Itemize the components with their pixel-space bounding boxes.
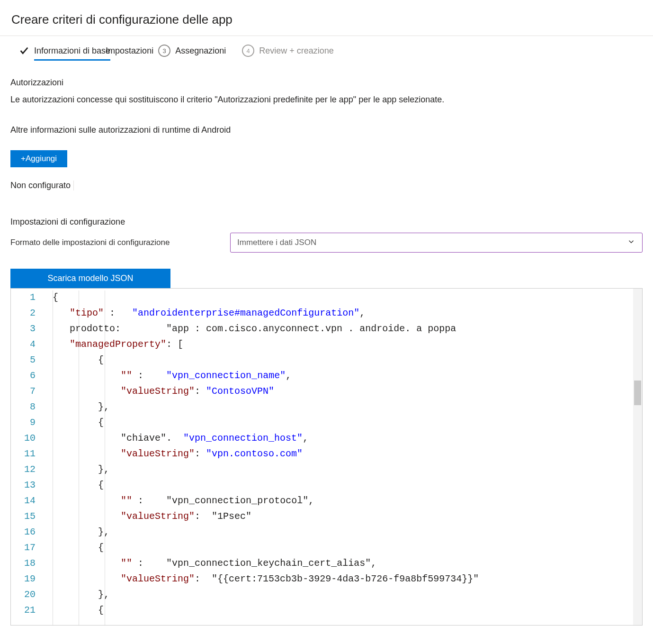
- chevron-down-icon: [627, 237, 635, 248]
- json-editor[interactable]: 12345678910 1112131415161718192021 { "ti…: [10, 288, 643, 626]
- config-settings-section: Impostazioni di configurazione Formato d…: [10, 217, 643, 253]
- step-review-label: Review + creazione: [259, 46, 334, 56]
- json-editor-section: Scarica modello JSON 12345678910 1112131…: [10, 269, 643, 626]
- config-format-label: Formato delle impostazioni di configuraz…: [10, 238, 219, 247]
- permissions-heading: Autorizzazioni: [10, 78, 643, 88]
- permissions-status: Non configurato: [10, 181, 74, 190]
- step-basics-label: Informazioni di base: [34, 46, 110, 56]
- step-number-icon: 4: [242, 45, 254, 57]
- step-review[interactable]: 4 Review + creazione: [242, 45, 334, 57]
- add-button[interactable]: +Aggiungi: [10, 150, 67, 167]
- step-basics[interactable]: Informazioni di base: [19, 45, 110, 56]
- header-divider: [0, 36, 653, 36]
- step-settings-label: Impostazioni: [106, 46, 153, 56]
- permissions-runtime-info: Altre informazioni sulle autorizzazioni …: [10, 124, 643, 136]
- check-icon: [19, 45, 29, 56]
- config-format-select[interactable]: Immettere i dati JSON: [230, 233, 643, 253]
- wizard-stepper: Informazioni di base 2 Impostazioni 3 As…: [10, 45, 643, 61]
- step-settings[interactable]: 2 Impostazioni: [106, 46, 153, 56]
- page-title: Creare criteri di configurazione delle a…: [11, 12, 643, 27]
- editor-scrollbar-thumb[interactable]: [634, 381, 641, 405]
- step-assignments[interactable]: 3 Assegnazioni: [158, 45, 226, 57]
- step-assignments-label: Assegnazioni: [175, 46, 226, 56]
- editor-scrollbar[interactable]: [633, 289, 642, 625]
- editor-gutter: 12345678910 1112131415161718192021: [11, 289, 40, 625]
- download-json-template-button[interactable]: Scarica modello JSON: [10, 269, 170, 288]
- editor-code-area[interactable]: { "tipo" : "androidenterprise#managedCon…: [40, 289, 642, 625]
- step-number-icon: 3: [158, 45, 170, 57]
- config-format-value: Immettere i dati JSON: [237, 238, 316, 247]
- permissions-section: Autorizzazioni Le autorizzazioni concess…: [10, 78, 643, 190]
- config-settings-heading: Impostazioni di configurazione: [10, 217, 643, 227]
- permissions-description: Le autorizzazioni concesse qui sostituis…: [10, 93, 643, 106]
